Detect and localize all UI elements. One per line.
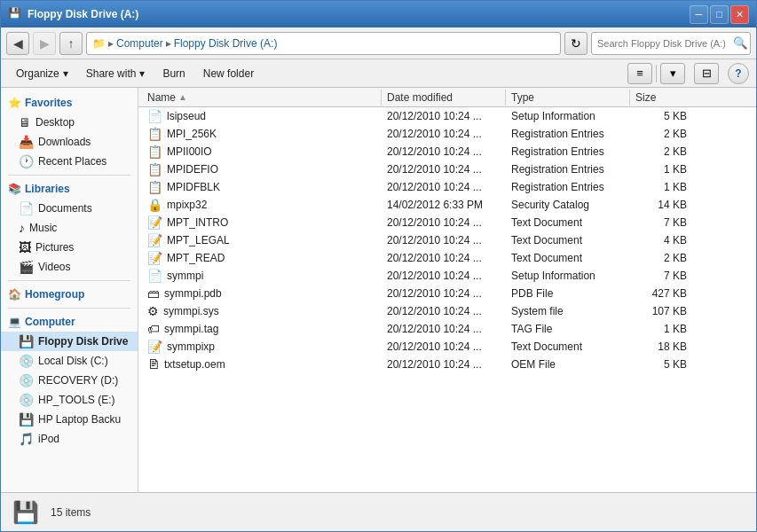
column-header-size[interactable]: Size bbox=[630, 90, 692, 106]
sidebar-item-music[interactable]: ♪ Music bbox=[1, 218, 138, 238]
sidebar-item-hp-backup[interactable]: 💾 HP Laptop Backu bbox=[1, 410, 138, 429]
file-cell-date: 20/12/2010 10:24 ... bbox=[382, 215, 506, 230]
file-cell-size: 4 KB bbox=[630, 233, 692, 247]
hp-backup-icon: 💾 bbox=[19, 412, 34, 426]
explorer-window: 💾 Floppy Disk Drive (A:) ─ □ ✕ ◀ ▶ ↑ 📁 ▸… bbox=[0, 0, 757, 532]
sidebar-item-ipod[interactable]: 🎵 iPod bbox=[1, 429, 138, 449]
sidebar-item-videos[interactable]: 🎬 Videos bbox=[1, 257, 138, 277]
window-controls: ─ □ ✕ bbox=[690, 5, 749, 24]
close-button[interactable]: ✕ bbox=[730, 5, 749, 24]
file-row[interactable]: 📋 MPIDEFIO 20/12/2010 10:24 ... Registra… bbox=[138, 160, 756, 178]
view-toggle-button[interactable]: ≡ bbox=[627, 63, 652, 84]
homegroup-header[interactable]: 🏠 Homegroup bbox=[1, 285, 138, 304]
file-cell-date: 20/12/2010 10:24 ... bbox=[382, 162, 506, 176]
toolbar: Organize ▾ Share with ▾ Burn New folder … bbox=[1, 59, 756, 88]
file-row[interactable]: 📄 symmpi 20/12/2010 10:24 ... Setup Info… bbox=[138, 267, 756, 285]
pictures-icon: 🖼 bbox=[19, 240, 31, 254]
sidebar-item-recent-places[interactable]: 🕐 Recent Places bbox=[1, 152, 138, 171]
file-icon: 📝 bbox=[147, 340, 162, 354]
file-name-text: txtsetup.oem bbox=[164, 358, 225, 371]
file-row[interactable]: 🗃 symmpi.pdb 20/12/2010 10:24 ... PDB Fi… bbox=[138, 285, 756, 302]
file-cell-type: Registration Entries bbox=[506, 145, 630, 159]
sidebar-item-recovery[interactable]: 💿 RECOVERY (D:) bbox=[1, 371, 138, 390]
search-input[interactable] bbox=[592, 38, 730, 49]
file-row[interactable]: 🏷 symmpi.tag 20/12/2010 10:24 ... TAG Fi… bbox=[138, 320, 756, 338]
column-header-type[interactable]: Type bbox=[506, 90, 630, 106]
breadcrumb-bar: 📁 ▸ Computer ▸ Floppy Disk Drive (A:) bbox=[86, 32, 561, 55]
recovery-icon: 💿 bbox=[19, 373, 34, 387]
file-row[interactable]: 🔒 mpixp32 14/02/2012 6:33 PM Security Ca… bbox=[138, 196, 756, 214]
file-row[interactable]: 📝 MPT_LEGAL 20/12/2010 10:24 ... Text Do… bbox=[138, 231, 756, 249]
refresh-button[interactable]: ↻ bbox=[564, 32, 587, 55]
help-button[interactable]: ? bbox=[728, 63, 749, 84]
file-row[interactable]: 🖹 txtsetup.oem 20/12/2010 10:24 ... OEM … bbox=[138, 356, 756, 373]
file-cell-date: 20/12/2010 10:24 ... bbox=[382, 180, 506, 194]
sidebar-item-downloads[interactable]: 📥 Downloads bbox=[1, 132, 138, 152]
new-folder-button[interactable]: New folder bbox=[195, 63, 262, 84]
file-cell-size: 2 KB bbox=[630, 127, 692, 141]
hp-backup-label: HP Laptop Backu bbox=[38, 413, 121, 426]
back-button[interactable]: ◀ bbox=[6, 32, 29, 55]
file-row[interactable]: 📋 MPII00IO 20/12/2010 10:24 ... Registra… bbox=[138, 143, 756, 160]
ipod-label: iPod bbox=[38, 433, 59, 445]
column-header-name[interactable]: Name ▲ bbox=[142, 90, 382, 106]
file-row[interactable]: 📄 lsipseud 20/12/2010 10:24 ... Setup In… bbox=[138, 107, 756, 125]
title-bar: 💾 Floppy Disk Drive (A:) ─ □ ✕ bbox=[1, 1, 756, 27]
file-row[interactable]: 📝 MPT_INTRO 20/12/2010 10:24 ... Text Do… bbox=[138, 214, 756, 231]
sidebar-divider-3 bbox=[8, 308, 130, 309]
file-icon: 📝 bbox=[147, 251, 162, 265]
preview-pane-button[interactable]: ⊟ bbox=[694, 63, 719, 84]
file-icon: 🔒 bbox=[147, 198, 162, 212]
desktop-icon: 🖥 bbox=[19, 115, 31, 129]
forward-button[interactable]: ▶ bbox=[33, 32, 56, 55]
file-row[interactable]: 📋 MPI_256K 20/12/2010 10:24 ... Registra… bbox=[138, 125, 756, 143]
file-name-text: mpixp32 bbox=[167, 199, 207, 211]
breadcrumb-drive[interactable]: Floppy Disk Drive (A:) bbox=[174, 37, 278, 50]
file-name-text: symmpixp bbox=[167, 340, 215, 353]
favorites-header[interactable]: ⭐ Favorites bbox=[1, 93, 138, 113]
column-header-date[interactable]: Date modified bbox=[382, 90, 506, 106]
file-row[interactable]: 📝 MPT_READ 20/12/2010 10:24 ... Text Doc… bbox=[138, 249, 756, 267]
sidebar-item-pictures[interactable]: 🖼 Pictures bbox=[1, 238, 138, 257]
file-row[interactable]: 📋 MPIDFBLK 20/12/2010 10:24 ... Registra… bbox=[138, 178, 756, 196]
recovery-label: RECOVERY (D:) bbox=[38, 374, 118, 387]
file-cell-date: 20/12/2010 10:24 ... bbox=[382, 286, 506, 301]
file-cell-type: Text Document bbox=[506, 251, 630, 265]
computer-section: 💻 Computer 💾 Floppy Disk Drive 💿 Local D… bbox=[1, 312, 138, 449]
new-folder-label: New folder bbox=[203, 67, 254, 80]
sidebar-item-hp-tools[interactable]: 💿 HP_TOOLS (E:) bbox=[1, 390, 138, 410]
sidebar-item-documents[interactable]: 📄 Documents bbox=[1, 199, 138, 218]
search-button[interactable]: 🔍 bbox=[730, 33, 750, 54]
floppy-icon: 💾 bbox=[19, 334, 34, 348]
sidebar-divider-2 bbox=[8, 280, 130, 281]
sidebar-item-floppy[interactable]: 💾 Floppy Disk Drive bbox=[1, 332, 138, 351]
file-row[interactable]: 📝 symmpixp 20/12/2010 10:24 ... Text Doc… bbox=[138, 338, 756, 356]
sidebar-item-local-disk[interactable]: 💿 Local Disk (C:) bbox=[1, 351, 138, 371]
share-with-button[interactable]: Share with ▾ bbox=[78, 63, 154, 84]
file-cell-size: 2 KB bbox=[630, 145, 692, 159]
burn-button[interactable]: Burn bbox=[154, 63, 193, 84]
minimize-button[interactable]: ─ bbox=[690, 5, 708, 24]
view-options-button[interactable]: ▾ bbox=[660, 63, 685, 84]
file-row[interactable]: ⚙ symmpi.sys 20/12/2010 10:24 ... System… bbox=[138, 302, 756, 320]
music-label: Music bbox=[29, 222, 57, 234]
maximize-button[interactable]: □ bbox=[710, 5, 729, 24]
computer-header[interactable]: 💻 Computer bbox=[1, 312, 138, 332]
organize-button[interactable]: Organize ▾ bbox=[8, 63, 76, 84]
music-icon: ♪ bbox=[19, 221, 25, 235]
libraries-header[interactable]: 📚 Libraries bbox=[1, 179, 138, 199]
documents-icon: 📄 bbox=[19, 201, 34, 215]
sidebar-item-desktop[interactable]: 🖥 Desktop bbox=[1, 113, 138, 132]
file-name-text: MPT_READ bbox=[167, 252, 225, 264]
breadcrumb-computer[interactable]: Computer bbox=[116, 37, 163, 50]
file-name-text: MPIDEFIO bbox=[167, 163, 218, 176]
file-name-text: MPT_INTRO bbox=[167, 216, 228, 229]
favorites-label: Favorites bbox=[25, 97, 72, 109]
libraries-icon: 📚 bbox=[8, 183, 21, 195]
file-cell-name: 📄 lsipseud bbox=[142, 108, 382, 124]
desktop-label: Desktop bbox=[35, 116, 75, 129]
file-name-text: lsipseud bbox=[167, 110, 206, 122]
file-cell-type: Registration Entries bbox=[506, 127, 630, 141]
file-cell-name: 📝 MPT_INTRO bbox=[142, 215, 382, 231]
up-button[interactable]: ↑ bbox=[59, 32, 83, 55]
